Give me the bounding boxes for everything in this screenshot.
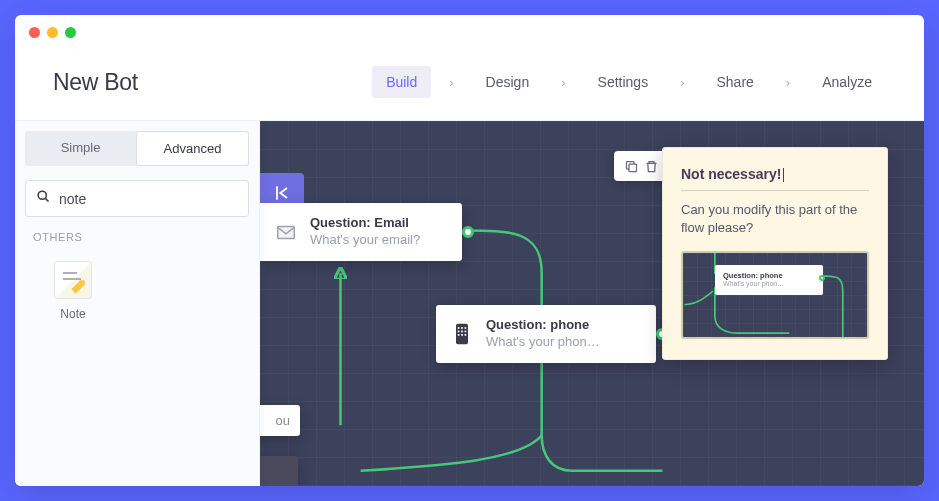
phone-icon	[450, 322, 474, 346]
svg-point-0	[38, 191, 46, 199]
app-window: New Bot Build › Design › Settings › Shar…	[15, 15, 924, 486]
svg-rect-12	[461, 334, 463, 336]
email-icon	[274, 220, 298, 244]
svg-rect-7	[465, 327, 467, 329]
nav-tabs: Build › Design › Settings › Share › Anal…	[372, 66, 886, 98]
preview-port-icon	[819, 275, 825, 281]
nav-tab-share[interactable]: Share	[702, 66, 767, 98]
svg-rect-10	[465, 330, 467, 332]
nav-tab-analyze[interactable]: Analyze	[808, 66, 886, 98]
flow-node-fragment[interactable]: ou	[260, 405, 300, 436]
window-controls	[15, 15, 924, 46]
chevron-right-icon: ›	[786, 75, 790, 90]
svg-rect-3	[278, 226, 295, 238]
note-card[interactable]: Not necessary! Can you modify this part …	[662, 147, 888, 360]
sidebar-block-note[interactable]: Note	[33, 253, 113, 329]
search-input[interactable]	[59, 191, 238, 207]
flow-node-phone[interactable]: Question: phone What's your phon…	[436, 305, 656, 363]
flow-node-fragment-dark[interactable]	[260, 456, 298, 486]
note-preview: Question: phone What's your phon…	[681, 251, 869, 339]
node-body: Question: Email What's your email?	[310, 215, 420, 249]
copy-icon[interactable]	[622, 157, 640, 175]
workspace: Simple Advanced OTHERS Note	[15, 121, 924, 486]
svg-line-1	[45, 198, 48, 201]
preview-node: Question: phone What's your phon…	[715, 265, 823, 294]
page-title: New Bot	[53, 69, 138, 96]
fragment-text: ou	[276, 413, 290, 428]
note-icon	[54, 261, 92, 299]
node-title: Question: Email	[310, 215, 420, 232]
delete-icon[interactable]	[642, 157, 660, 175]
preview-node-title: Question: phone	[723, 271, 815, 280]
sidebar-mode-advanced[interactable]: Advanced	[136, 131, 249, 166]
sidebar-section-header-others: OTHERS	[15, 231, 259, 253]
note-title[interactable]: Not necessary!	[681, 166, 869, 191]
chevron-right-icon: ›	[561, 75, 565, 90]
flow-node-email[interactable]: Question: Email What's your email?	[260, 203, 462, 261]
svg-rect-8	[458, 330, 460, 332]
svg-rect-6	[461, 327, 463, 329]
nav-tab-build[interactable]: Build	[372, 66, 431, 98]
sidebar-search[interactable]	[25, 180, 249, 217]
selection-toolbar	[614, 151, 668, 181]
sidebar-mode-simple[interactable]: Simple	[25, 131, 136, 166]
search-icon	[36, 189, 51, 208]
sidebar-mode-switcher: Simple Advanced	[25, 131, 249, 166]
chevron-right-icon: ›	[449, 75, 453, 90]
topbar: New Bot Build › Design › Settings › Shar…	[15, 46, 924, 121]
sidebar-block-label: Note	[60, 307, 85, 321]
window-maximize-icon[interactable]	[65, 27, 76, 38]
window-minimize-icon[interactable]	[47, 27, 58, 38]
chevron-right-icon: ›	[680, 75, 684, 90]
svg-rect-14	[629, 164, 637, 172]
node-subtitle: What's your email?	[310, 232, 420, 249]
svg-rect-9	[461, 330, 463, 332]
svg-rect-11	[458, 334, 460, 336]
nav-tab-design[interactable]: Design	[472, 66, 544, 98]
flow-canvas[interactable]: Question: Email What's your email?	[260, 121, 924, 486]
nav-tab-settings[interactable]: Settings	[584, 66, 663, 98]
node-subtitle: What's your phon…	[486, 334, 600, 351]
preview-node-subtitle: What's your phon…	[723, 280, 815, 288]
node-title: Question: phone	[486, 317, 600, 334]
node-body: Question: phone What's your phon…	[486, 317, 600, 351]
node-output-port[interactable]	[462, 226, 474, 238]
sidebar: Simple Advanced OTHERS Note	[15, 121, 260, 486]
note-body-text[interactable]: Can you modify this part of the flow ple…	[681, 201, 869, 237]
svg-rect-13	[465, 334, 467, 336]
window-close-icon[interactable]	[29, 27, 40, 38]
svg-rect-5	[458, 327, 460, 329]
